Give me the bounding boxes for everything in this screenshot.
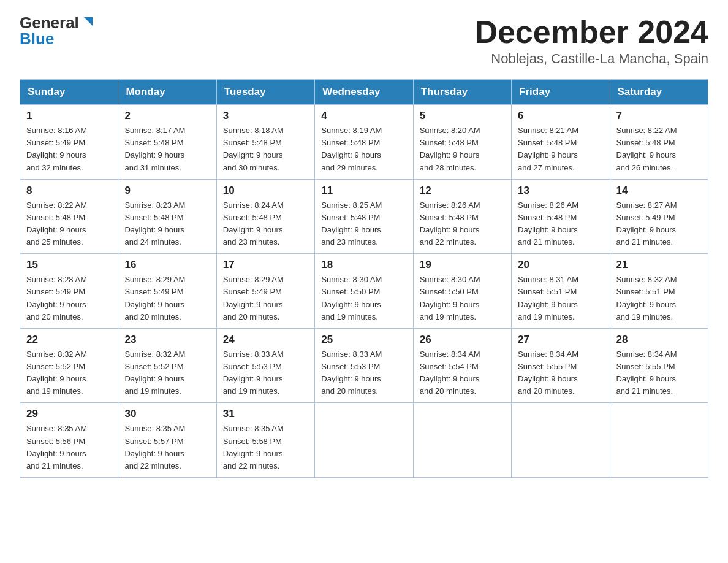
logo: General Blue [20,15,94,47]
header-sunday: Sunday [20,80,118,105]
calendar-cell: 5 Sunrise: 8:20 AMSunset: 5:48 PMDayligh… [413,105,511,180]
day-info: Sunrise: 8:26 AMSunset: 5:48 PMDaylight:… [420,201,480,247]
calendar-cell: 15 Sunrise: 8:28 AMSunset: 5:49 PMDaylig… [20,254,118,329]
calendar-week-row: 22 Sunrise: 8:32 AMSunset: 5:52 PMDaylig… [20,328,708,403]
calendar-cell: 17 Sunrise: 8:29 AMSunset: 5:49 PMDaylig… [216,254,314,329]
day-info: Sunrise: 8:18 AMSunset: 5:48 PMDaylight:… [223,126,284,172]
logo-icon [80,15,94,28]
header-thursday: Thursday [413,80,511,105]
header-tuesday: Tuesday [216,80,314,105]
day-info: Sunrise: 8:16 AMSunset: 5:49 PMDaylight:… [26,126,87,172]
day-number: 31 [223,408,308,420]
day-number: 5 [420,110,505,122]
day-info: Sunrise: 8:34 AMSunset: 5:54 PMDaylight:… [420,350,480,396]
page-header: General Blue December 2024 Noblejas, Cas… [20,15,708,67]
day-number: 4 [321,110,406,122]
month-title: December 2024 [474,15,708,50]
day-number: 14 [616,185,702,197]
calendar-cell: 10 Sunrise: 8:24 AMSunset: 5:48 PMDaylig… [216,179,314,254]
day-number: 22 [26,334,112,346]
day-number: 17 [223,259,308,271]
header-saturday: Saturday [610,80,708,105]
day-info: Sunrise: 8:19 AMSunset: 5:48 PMDaylight:… [321,126,382,172]
calendar-cell: 11 Sunrise: 8:25 AMSunset: 5:48 PMDaylig… [315,179,413,254]
day-info: Sunrise: 8:23 AMSunset: 5:48 PMDaylight:… [124,201,185,247]
calendar-cell: 7 Sunrise: 8:22 AMSunset: 5:48 PMDayligh… [610,105,708,180]
day-number: 23 [124,334,210,346]
day-info: Sunrise: 8:26 AMSunset: 5:48 PMDaylight:… [518,201,578,247]
logo-blue-text: Blue [20,29,54,48]
day-info: Sunrise: 8:35 AMSunset: 5:57 PMDaylight:… [124,424,185,470]
calendar-cell: 21 Sunrise: 8:32 AMSunset: 5:51 PMDaylig… [610,254,708,329]
day-number: 29 [26,408,112,420]
day-number: 15 [26,259,112,271]
calendar-cell: 13 Sunrise: 8:26 AMSunset: 5:48 PMDaylig… [512,179,610,254]
calendar-cell: 26 Sunrise: 8:34 AMSunset: 5:54 PMDaylig… [413,328,511,403]
day-number: 1 [26,110,112,122]
day-number: 16 [124,259,210,271]
day-info: Sunrise: 8:29 AMSunset: 5:49 PMDaylight:… [223,275,284,321]
calendar-cell [413,403,511,478]
day-number: 20 [518,259,603,271]
calendar-cell: 24 Sunrise: 8:33 AMSunset: 5:53 PMDaylig… [216,328,314,403]
day-number: 24 [223,334,308,346]
day-info: Sunrise: 8:32 AMSunset: 5:51 PMDaylight:… [616,275,677,321]
calendar-cell [315,403,413,478]
day-number: 10 [223,185,308,197]
day-info: Sunrise: 8:29 AMSunset: 5:49 PMDaylight:… [124,275,185,321]
header-wednesday: Wednesday [315,80,413,105]
calendar-cell: 27 Sunrise: 8:34 AMSunset: 5:55 PMDaylig… [512,328,610,403]
day-info: Sunrise: 8:27 AMSunset: 5:49 PMDaylight:… [616,201,677,247]
day-info: Sunrise: 8:22 AMSunset: 5:48 PMDaylight:… [616,126,677,172]
day-number: 9 [124,185,210,197]
calendar-cell: 16 Sunrise: 8:29 AMSunset: 5:49 PMDaylig… [118,254,216,329]
day-info: Sunrise: 8:34 AMSunset: 5:55 PMDaylight:… [616,350,677,396]
day-number: 28 [616,334,702,346]
calendar-cell: 20 Sunrise: 8:31 AMSunset: 5:51 PMDaylig… [512,254,610,329]
day-number: 11 [321,185,406,197]
header-monday: Monday [118,80,216,105]
calendar-cell: 3 Sunrise: 8:18 AMSunset: 5:48 PMDayligh… [216,105,314,180]
calendar-week-row: 29 Sunrise: 8:35 AMSunset: 5:56 PMDaylig… [20,403,708,478]
title-block: December 2024 Noblejas, Castille-La Manc… [474,15,708,67]
calendar-cell: 1 Sunrise: 8:16 AMSunset: 5:49 PMDayligh… [20,105,118,180]
day-info: Sunrise: 8:35 AMSunset: 5:58 PMDaylight:… [223,424,284,470]
day-info: Sunrise: 8:30 AMSunset: 5:50 PMDaylight:… [321,275,382,321]
header-friday: Friday [512,80,610,105]
calendar-cell: 4 Sunrise: 8:19 AMSunset: 5:48 PMDayligh… [315,105,413,180]
calendar-table: Sunday Monday Tuesday Wednesday Thursday… [20,79,708,478]
day-number: 21 [616,259,702,271]
day-info: Sunrise: 8:17 AMSunset: 5:48 PMDaylight:… [124,126,185,172]
day-number: 19 [420,259,505,271]
day-info: Sunrise: 8:22 AMSunset: 5:48 PMDaylight:… [26,201,87,247]
calendar-cell: 2 Sunrise: 8:17 AMSunset: 5:48 PMDayligh… [118,105,216,180]
day-info: Sunrise: 8:30 AMSunset: 5:50 PMDaylight:… [420,275,480,321]
day-number: 18 [321,259,406,271]
calendar-cell [610,403,708,478]
day-number: 25 [321,334,406,346]
logo-general-text: General [20,15,79,31]
calendar-cell: 22 Sunrise: 8:32 AMSunset: 5:52 PMDaylig… [20,328,118,403]
day-number: 30 [124,408,210,420]
calendar-cell: 9 Sunrise: 8:23 AMSunset: 5:48 PMDayligh… [118,179,216,254]
day-info: Sunrise: 8:35 AMSunset: 5:56 PMDaylight:… [26,424,87,470]
day-info: Sunrise: 8:34 AMSunset: 5:55 PMDaylight:… [518,350,578,396]
calendar-cell: 23 Sunrise: 8:32 AMSunset: 5:52 PMDaylig… [118,328,216,403]
calendar-week-row: 1 Sunrise: 8:16 AMSunset: 5:49 PMDayligh… [20,105,708,180]
day-info: Sunrise: 8:31 AMSunset: 5:51 PMDaylight:… [518,275,578,321]
calendar-cell: 29 Sunrise: 8:35 AMSunset: 5:56 PMDaylig… [20,403,118,478]
day-info: Sunrise: 8:32 AMSunset: 5:52 PMDaylight:… [124,350,185,396]
day-number: 2 [124,110,210,122]
day-info: Sunrise: 8:24 AMSunset: 5:48 PMDaylight:… [223,201,284,247]
day-number: 7 [616,110,702,122]
location-title: Noblejas, Castille-La Mancha, Spain [474,51,708,67]
calendar-cell: 12 Sunrise: 8:26 AMSunset: 5:48 PMDaylig… [413,179,511,254]
day-info: Sunrise: 8:28 AMSunset: 5:49 PMDaylight:… [26,275,87,321]
calendar-cell: 31 Sunrise: 8:35 AMSunset: 5:58 PMDaylig… [216,403,314,478]
day-info: Sunrise: 8:20 AMSunset: 5:48 PMDaylight:… [420,126,480,172]
svg-marker-0 [84,17,93,26]
day-number: 8 [26,185,112,197]
calendar-week-row: 15 Sunrise: 8:28 AMSunset: 5:49 PMDaylig… [20,254,708,329]
day-number: 26 [420,334,505,346]
calendar-cell: 6 Sunrise: 8:21 AMSunset: 5:48 PMDayligh… [512,105,610,180]
